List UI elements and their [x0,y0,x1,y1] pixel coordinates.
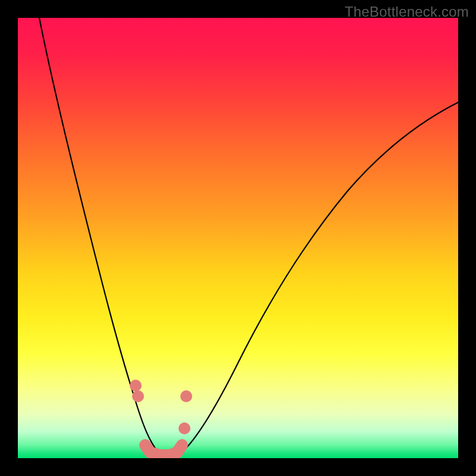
svg-point-0 [130,380,142,392]
highlighted-points [130,380,192,455]
svg-point-3 [180,390,192,402]
watermark-text: TheBottleneck.com [345,4,469,20]
chart-frame: TheBottleneck.com [0,0,476,476]
bottleneck-curve [39,18,458,456]
svg-point-2 [178,422,190,434]
plot-area [18,18,458,458]
chart-svg [18,18,458,458]
svg-point-1 [132,390,144,402]
